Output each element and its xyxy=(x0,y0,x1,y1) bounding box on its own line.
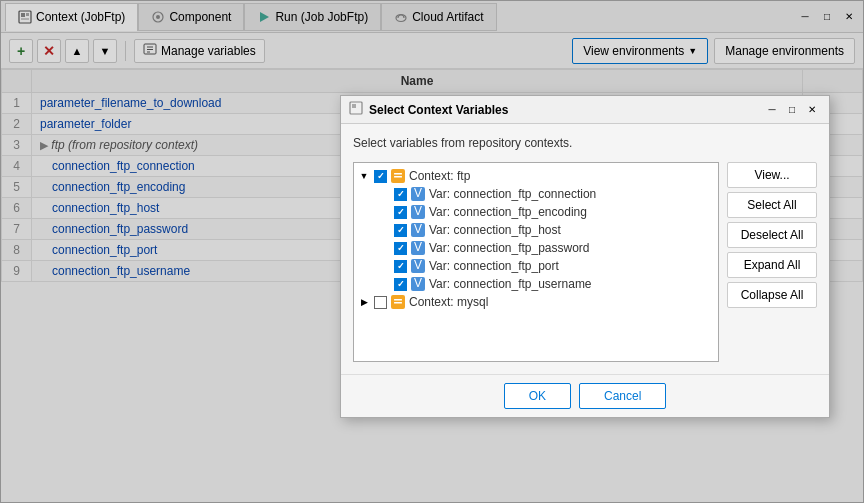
var-username-label: Var: connection_ftp_username xyxy=(429,277,592,291)
var-encoding-icon: V xyxy=(411,205,425,219)
var-connection-checkbox[interactable] xyxy=(394,188,407,201)
var-encoding-label: Var: connection_ftp_encoding xyxy=(429,205,587,219)
modal-titlebar-icon xyxy=(349,101,363,118)
collapse-all-button[interactable]: Collapse All xyxy=(727,282,817,308)
svg-rect-13 xyxy=(352,104,356,108)
deselect-all-button[interactable]: Deselect All xyxy=(727,222,817,248)
var-connection-icon: V xyxy=(411,187,425,201)
modal-overlay: Select Context Variables ─ □ ✕ Select va… xyxy=(0,0,864,503)
context-variables-tree[interactable]: ▼ Context: ftp ▶ V xyxy=(353,162,719,362)
ftp-collapse-toggle[interactable]: ▼ xyxy=(358,170,370,182)
svg-rect-15 xyxy=(394,173,402,175)
var-encoding-checkbox[interactable] xyxy=(394,206,407,219)
var-username-checkbox[interactable] xyxy=(394,278,407,291)
var-host-checkbox[interactable] xyxy=(394,224,407,237)
tree-var-ftp-encoding[interactable]: ▶ V Var: connection_ftp_encoding xyxy=(374,203,718,221)
modal-close-button[interactable]: ✕ xyxy=(803,101,821,119)
ok-button[interactable]: OK xyxy=(504,383,571,409)
var-username-icon: V xyxy=(411,277,425,291)
svg-text:V: V xyxy=(414,277,422,290)
svg-text:V: V xyxy=(414,241,422,254)
tree-var-ftp-password[interactable]: ▶ V Var: connection_ftp_password xyxy=(374,239,718,257)
cancel-button[interactable]: Cancel xyxy=(579,383,666,409)
svg-text:V: V xyxy=(414,187,422,200)
tree-context-ftp[interactable]: ▼ Context: ftp xyxy=(354,167,718,185)
var-password-checkbox[interactable] xyxy=(394,242,407,255)
tree-var-ftp-host[interactable]: ▶ V Var: connection_ftp_host xyxy=(374,221,718,239)
var-port-label: Var: connection_ftp_port xyxy=(429,259,559,273)
var-host-icon: V xyxy=(411,223,425,237)
modal-body: Select variables from repository context… xyxy=(341,124,829,374)
var-connection-label: Var: connection_ftp_connection xyxy=(429,187,596,201)
select-context-variables-dialog: Select Context Variables ─ □ ✕ Select va… xyxy=(340,95,830,418)
tree-var-ftp-connection[interactable]: ▶ V Var: connection_ftp_connection xyxy=(374,185,718,203)
tree-context-mysql[interactable]: ▶ Context: mysql xyxy=(354,293,718,311)
modal-footer: OK Cancel xyxy=(341,374,829,417)
mysql-expand-toggle[interactable]: ▶ xyxy=(358,296,370,308)
modal-content: ▼ Context: ftp ▶ V xyxy=(353,162,817,362)
svg-text:V: V xyxy=(414,223,422,236)
modal-side-buttons: View... Select All Deselect All Expand A… xyxy=(727,162,817,362)
svg-rect-16 xyxy=(394,176,402,178)
ftp-context-icon xyxy=(391,169,405,183)
expand-all-button[interactable]: Expand All xyxy=(727,252,817,278)
modal-controls: ─ □ ✕ xyxy=(763,101,821,119)
ftp-context-children: ▶ V Var: connection_ftp_connection ▶ V xyxy=(354,185,718,293)
svg-rect-31 xyxy=(394,302,402,304)
var-password-icon: V xyxy=(411,241,425,255)
mysql-context-icon xyxy=(391,295,405,309)
var-port-icon: V xyxy=(411,259,425,273)
modal-description: Select variables from repository context… xyxy=(353,136,817,150)
var-host-label: Var: connection_ftp_host xyxy=(429,223,561,237)
var-password-label: Var: connection_ftp_password xyxy=(429,241,590,255)
select-all-button[interactable]: Select All xyxy=(727,192,817,218)
view-button[interactable]: View... xyxy=(727,162,817,188)
var-port-checkbox[interactable] xyxy=(394,260,407,273)
modal-titlebar: Select Context Variables ─ □ ✕ xyxy=(341,96,829,124)
mysql-context-label: Context: mysql xyxy=(409,295,488,309)
tree-var-ftp-port[interactable]: ▶ V Var: connection_ftp_port xyxy=(374,257,718,275)
ftp-context-checkbox[interactable] xyxy=(374,170,387,183)
svg-rect-30 xyxy=(394,299,402,301)
ftp-context-label: Context: ftp xyxy=(409,169,470,183)
modal-minimize-button[interactable]: ─ xyxy=(763,101,781,119)
tree-var-ftp-username[interactable]: ▶ V Var: connection_ftp_username xyxy=(374,275,718,293)
modal-title: Select Context Variables xyxy=(369,103,757,117)
svg-text:V: V xyxy=(414,259,422,272)
modal-maximize-button[interactable]: □ xyxy=(783,101,801,119)
svg-text:V: V xyxy=(414,205,422,218)
mysql-context-checkbox[interactable] xyxy=(374,296,387,309)
